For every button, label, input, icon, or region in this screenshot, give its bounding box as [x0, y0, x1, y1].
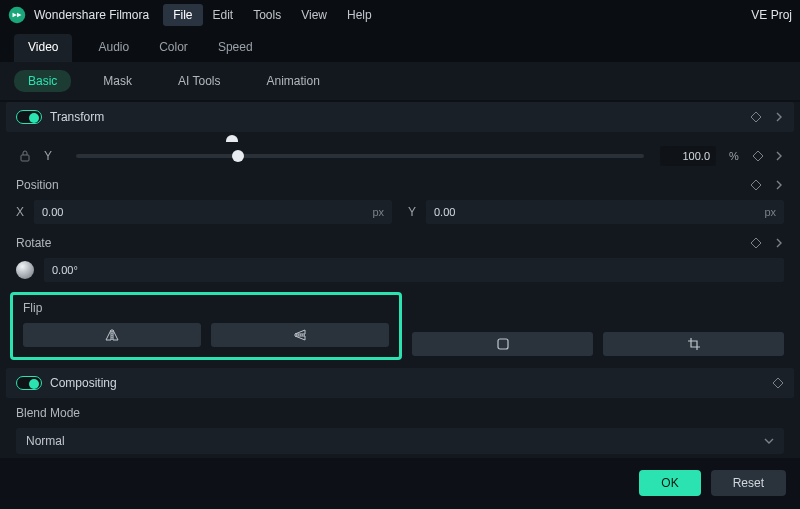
compositing-section-header: Compositing — [6, 368, 794, 398]
position-y-label: Y — [408, 205, 418, 219]
menu-edit[interactable]: Edit — [203, 4, 244, 26]
blend-mode-value: Normal — [26, 434, 65, 448]
primary-tabs: Video Audio Color Speed — [0, 30, 800, 62]
lock-icon[interactable] — [16, 146, 34, 166]
tab-color[interactable]: Color — [155, 34, 192, 62]
position-x-input[interactable]: 0.00px — [34, 200, 392, 224]
menu-help[interactable]: Help — [337, 4, 382, 26]
scale-y-slider[interactable] — [76, 154, 644, 158]
square-icon — [496, 337, 510, 351]
svg-rect-4 — [498, 339, 508, 349]
mirror-horizontal-icon — [104, 328, 120, 342]
subtab-basic[interactable]: Basic — [14, 70, 71, 92]
blend-mode-label: Blend Mode — [16, 406, 80, 420]
scale-y-row: Y 100.0 % — [6, 142, 794, 170]
menu-tools[interactable]: Tools — [243, 4, 291, 26]
scale-y-unit: % — [726, 150, 742, 162]
flip-highlight-box: Flip — [10, 292, 402, 360]
rotate-input[interactable]: 0.00° — [44, 258, 784, 282]
compositing-toggle[interactable] — [16, 376, 42, 390]
footer: OK Reset — [0, 458, 800, 508]
position-label: Position — [16, 178, 59, 192]
keyframe-icon[interactable] — [752, 150, 764, 162]
position-block: Position X 0.00px Y 0.00px — [6, 170, 794, 228]
app-name: Wondershare Filmora — [34, 8, 149, 22]
secondary-tabs: Basic Mask AI Tools Animation — [0, 62, 800, 100]
subtab-animation[interactable]: Animation — [252, 70, 333, 92]
tab-audio[interactable]: Audio — [94, 34, 133, 62]
chevron-right-icon[interactable] — [774, 151, 784, 161]
chevron-down-icon — [764, 437, 774, 445]
blend-mode-select[interactable]: Normal — [16, 428, 784, 454]
flip-horizontal-button[interactable] — [23, 323, 201, 347]
subtab-aitools[interactable]: AI Tools — [164, 70, 234, 92]
tab-video[interactable]: Video — [14, 34, 72, 62]
mirror-vertical-icon — [292, 328, 308, 342]
chevron-right-icon[interactable] — [774, 238, 784, 248]
flip-row: Flip — [6, 286, 794, 366]
rotate-knob[interactable] — [16, 261, 34, 279]
position-y-input[interactable]: 0.00px — [426, 200, 784, 224]
blend-mode-block: Blend Mode Normal — [6, 398, 794, 458]
position-x-label: X — [16, 205, 26, 219]
content-panel: Transform Y 100.0 % Position — [0, 102, 800, 458]
chevron-right-icon[interactable] — [774, 180, 784, 190]
flip-label: Flip — [23, 301, 389, 315]
scale-y-value[interactable]: 100.0 — [660, 146, 716, 166]
keyframe-icon[interactable] — [772, 377, 784, 389]
tab-speed[interactable]: Speed — [214, 34, 257, 62]
reset-button[interactable]: Reset — [711, 470, 786, 496]
rotate-block: Rotate 0.00° — [6, 228, 794, 286]
keyframe-icon[interactable] — [750, 237, 762, 249]
flip-vertical-button[interactable] — [211, 323, 389, 347]
svg-rect-1 — [21, 155, 29, 161]
crop-icon — [687, 337, 701, 351]
ok-button[interactable]: OK — [639, 470, 700, 496]
scale-y-label: Y — [44, 149, 60, 163]
fit-button[interactable] — [412, 332, 593, 356]
menu-view[interactable]: View — [291, 4, 337, 26]
rotate-label: Rotate — [16, 236, 51, 250]
keyframe-icon[interactable] — [750, 111, 762, 123]
transform-label: Transform — [50, 110, 104, 124]
compositing-label: Compositing — [50, 376, 117, 390]
app-logo-icon — [8, 6, 26, 24]
titlebar: Wondershare Filmora File Edit Tools View… — [0, 0, 800, 30]
transform-toggle[interactable] — [16, 110, 42, 124]
project-name: VE Proj — [751, 8, 792, 22]
transform-section-header: Transform — [6, 102, 794, 132]
crop-button[interactable] — [603, 332, 784, 356]
chevron-right-icon[interactable] — [774, 112, 784, 122]
keyframe-icon[interactable] — [750, 179, 762, 191]
menu-file[interactable]: File — [163, 4, 202, 26]
subtab-mask[interactable]: Mask — [89, 70, 146, 92]
